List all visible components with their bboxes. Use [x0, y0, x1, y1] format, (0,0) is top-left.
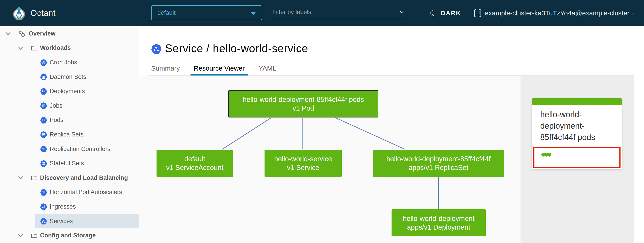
chevron-down-icon[interactable] — [400, 11, 405, 14]
sidebar-item-horizontal-pod-autoscalers[interactable]: ⇅ Horizontal Pod Autoscalers — [0, 185, 139, 200]
chevron-down-icon[interactable] — [18, 233, 24, 239]
overview-icon — [18, 30, 26, 37]
sidebar-nav: Overview Workloads ◷ Cron Jobs ▣ Daemon … — [0, 26, 139, 243]
chevron-down-icon[interactable] — [5, 30, 11, 37]
deployments-icon: ⟳ — [40, 88, 47, 95]
sidebar-item-overview[interactable]: Overview — [0, 26, 139, 41]
sidebar-item-label: Cron Jobs — [50, 59, 77, 66]
services-icon — [40, 218, 47, 225]
sidebar-item-replication-controllers[interactable]: ⟲ Replication Controllers — [0, 142, 139, 156]
sidebar-item-label: Pods — [50, 117, 64, 124]
folder-icon — [30, 232, 38, 240]
app-header: Octant default ☾ DARK example-cluster-ka… — [0, 0, 644, 26]
graph-node-service[interactable]: hello-world-service v1 Service — [264, 150, 342, 177]
stateful-sets-icon: ≣ — [40, 160, 47, 167]
sidebar-item-stateful-sets[interactable]: ≣ Stateful Sets — [0, 156, 139, 171]
status-bar-green — [532, 98, 622, 105]
node-kind: v1 ServiceAccount — [166, 163, 224, 172]
sidebar-item-label: Overview — [28, 30, 56, 37]
sidebar-item-label: Replica Sets — [50, 131, 84, 138]
tab-summary[interactable]: Summary — [151, 62, 180, 74]
tab-resource-viewer[interactable]: Resource Viewer — [190, 62, 248, 75]
sidebar-item-label: Ingresses — [50, 203, 76, 210]
octant-logo-icon — [12, 6, 26, 20]
sidebar-item-label: Daemon Sets — [50, 73, 86, 80]
cluster-icon — [474, 9, 482, 18]
sidebar-item-label: Discovery and Load Balancing — [40, 174, 128, 181]
node-name: hello-world-deployment-85ff4cf44f pods — [242, 95, 364, 104]
sidebar-item-replica-sets[interactable]: ▤ Replica Sets — [0, 127, 139, 142]
cluster-context-label: example-cluster-ka3TuTzYo4a@example-clus… — [485, 9, 630, 17]
graph-node-service-account[interactable]: default v1 ServiceAccount — [156, 150, 233, 177]
node-kind: v1 Pod — [292, 104, 314, 113]
sidebar-item-label: Services — [50, 218, 73, 225]
dark-mode-toggle[interactable]: ☾ DARK — [430, 0, 461, 26]
pod-status-selection-box[interactable] — [533, 147, 620, 168]
tab-yaml[interactable]: YAML — [258, 62, 276, 74]
namespace-select[interactable]: default — [151, 5, 262, 20]
hpa-icon: ⇅ — [40, 189, 47, 196]
pod-status-dots — [541, 153, 551, 157]
sidebar-item-label: Config and Storage — [40, 232, 96, 239]
node-kind: v1 Service — [287, 163, 319, 172]
selection-detail-panel: hello-world-deployment-85ff4cf44f pods — [520, 76, 634, 243]
sidebar-item-label: Replication Controllers — [50, 146, 110, 153]
service-icon — [151, 44, 162, 54]
sidebar-item-services[interactable]: Services — [0, 214, 139, 229]
graph-node-deployment[interactable]: hello-world-deployment apps/v1 Deploymen… — [392, 209, 486, 236]
replication-controllers-icon: ⟲ — [40, 146, 47, 152]
namespace-select-value: default — [158, 9, 176, 16]
cluster-context-menu[interactable]: example-cluster-ka3TuTzYo4a@example-clus… — [474, 0, 636, 26]
node-kind: apps/v1 ReplicaSet — [408, 163, 468, 172]
node-name: hello-world-deployment — [403, 214, 474, 223]
ingresses-icon: ⇄ — [40, 203, 47, 210]
chevron-down-icon[interactable] — [18, 175, 24, 181]
node-name: hello-world-deployment-85ff4cf44f — [386, 155, 490, 163]
resource-tabs: Summary Resource Viewer YAML — [151, 62, 276, 75]
caret-down-icon — [632, 13, 636, 15]
selected-resource-card[interactable]: hello-world-deployment-85ff4cf44f pods — [532, 98, 622, 169]
sidebar-item-config-and-storage[interactable]: Config and Storage — [0, 228, 139, 243]
sidebar-item-daemon-sets[interactable]: ▣ Daemon Sets — [0, 70, 139, 84]
folder-icon — [30, 44, 38, 52]
sidebar-item-label: Workloads — [40, 44, 71, 51]
sidebar-item-cron-jobs[interactable]: ◷ Cron Jobs — [0, 55, 139, 70]
sidebar-item-label: Jobs — [50, 102, 62, 109]
dark-mode-label: DARK — [441, 10, 461, 17]
sidebar-item-jobs[interactable]: ⊞ Jobs — [0, 98, 139, 113]
sidebar-item-ingresses[interactable]: ⇄ Ingresses — [0, 200, 139, 214]
sidebar-item-pods[interactable]: □ Pods — [0, 113, 139, 128]
sidebar-item-deployments[interactable]: ⟳ Deployments — [0, 84, 139, 98]
daemon-sets-icon: ▣ — [40, 73, 47, 80]
node-kind: apps/v1 Deployment — [407, 223, 470, 232]
moon-icon: ☾ — [429, 8, 438, 18]
selected-resource-title: hello-world-deployment-85ff4cf44f pods — [532, 105, 622, 143]
label-filter — [271, 5, 405, 19]
cron-jobs-icon: ◷ — [40, 59, 47, 66]
pod-status-dot — [548, 153, 552, 157]
sidebar-item-label: Horizontal Pod Autoscalers — [50, 189, 122, 196]
replica-sets-icon: ▤ — [40, 131, 47, 138]
pods-icon: □ — [40, 117, 47, 124]
sidebar-item-label: Stateful Sets — [50, 160, 84, 167]
folder-icon — [30, 174, 38, 182]
page-title: Service / hello-world-service — [165, 42, 308, 55]
label-filter-input[interactable] — [271, 5, 405, 19]
sidebar-item-discovery-and-load-balancing[interactable]: Discovery and Load Balancing — [0, 171, 139, 185]
sidebar-item-label: Deployments — [50, 88, 85, 95]
jobs-icon: ⊞ — [40, 102, 47, 109]
chevron-down-icon[interactable] — [18, 45, 24, 51]
graph-node-replica-set[interactable]: hello-world-deployment-85ff4cf44f apps/v… — [373, 150, 504, 177]
sidebar-item-workloads[interactable]: Workloads — [0, 41, 139, 55]
graph-node-pod[interactable]: hello-world-deployment-85ff4cf44f pods v… — [228, 90, 378, 117]
caret-down-icon — [251, 12, 256, 15]
node-name: hello-world-service — [274, 155, 332, 163]
app-title: Octant — [31, 0, 56, 26]
node-name: default — [184, 155, 205, 163]
